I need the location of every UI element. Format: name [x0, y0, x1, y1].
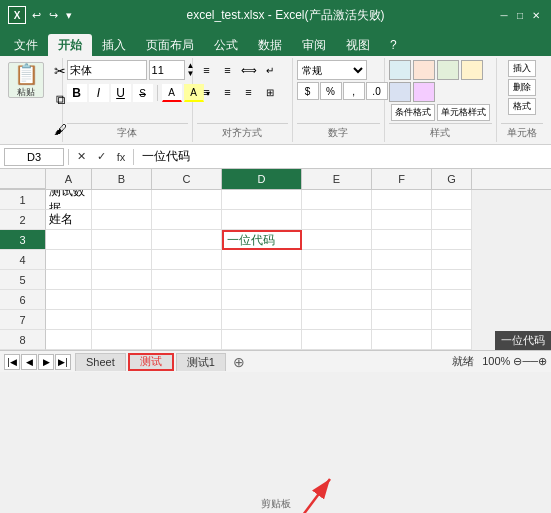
- cell-d7[interactable]: [222, 310, 302, 330]
- cell-f8[interactable]: [372, 330, 432, 350]
- tab-formulas[interactable]: 公式: [204, 34, 248, 56]
- col-header-g[interactable]: G: [432, 169, 472, 189]
- cell-b7[interactable]: [92, 310, 152, 330]
- tab-nav-first[interactable]: |◀: [4, 354, 20, 370]
- align-top-right[interactable]: ⟺: [239, 60, 259, 80]
- col-header-d[interactable]: D: [222, 169, 302, 189]
- tab-data[interactable]: 数据: [248, 34, 292, 56]
- cell-f5[interactable]: [372, 270, 432, 290]
- style-block-1[interactable]: [389, 60, 411, 80]
- row-header-1[interactable]: 1: [0, 190, 46, 210]
- row-header-2[interactable]: 2: [0, 210, 46, 230]
- tab-nav-next[interactable]: ▶: [38, 354, 54, 370]
- row-header-3[interactable]: 3: [0, 230, 46, 250]
- cell-c8[interactable]: [152, 330, 222, 350]
- style-block-6[interactable]: [413, 82, 435, 102]
- row-header-4[interactable]: 4: [0, 250, 46, 270]
- number-format-select[interactable]: 常规: [297, 60, 367, 80]
- tab-review[interactable]: 审阅: [292, 34, 336, 56]
- font-color-button[interactable]: A: [162, 84, 182, 102]
- cell-e5[interactable]: [302, 270, 372, 290]
- cell-a7[interactable]: [46, 310, 92, 330]
- col-header-e[interactable]: E: [302, 169, 372, 189]
- minimize-btn[interactable]: ─: [497, 8, 511, 22]
- font-size-input[interactable]: [149, 60, 185, 80]
- cell-e6[interactable]: [302, 290, 372, 310]
- align-left[interactable]: ≡: [197, 82, 217, 102]
- confirm-formula-btn[interactable]: ✓: [93, 149, 109, 165]
- tab-pagelayout[interactable]: 页面布局: [136, 34, 204, 56]
- format-cells-btn[interactable]: 格式: [508, 98, 536, 115]
- cell-c3[interactable]: [152, 230, 222, 250]
- sheet-tab-sheet1[interactable]: Sheet: [75, 353, 126, 371]
- align-center[interactable]: ≡: [218, 82, 238, 102]
- cell-d2[interactable]: [222, 210, 302, 230]
- cell-d4[interactable]: [222, 250, 302, 270]
- strikethrough-button[interactable]: S: [133, 84, 153, 102]
- italic-button[interactable]: I: [89, 84, 109, 102]
- cell-e1[interactable]: [302, 190, 372, 210]
- cell-d8[interactable]: [222, 330, 302, 350]
- sheet-tab-test1[interactable]: 测试1: [176, 353, 226, 371]
- cell-c4[interactable]: [152, 250, 222, 270]
- cancel-formula-btn[interactable]: ✕: [73, 149, 89, 165]
- style-block-3[interactable]: [437, 60, 459, 80]
- row-header-6[interactable]: 6: [0, 290, 46, 310]
- delete-cells-btn[interactable]: 删除: [508, 79, 536, 96]
- cell-a2[interactable]: 姓名: [46, 210, 92, 230]
- cell-c6[interactable]: [152, 290, 222, 310]
- row-header-8[interactable]: 8: [0, 330, 46, 350]
- formula-input[interactable]: [138, 148, 547, 166]
- cell-a4[interactable]: [46, 250, 92, 270]
- cell-d3[interactable]: 一位代码: [222, 230, 302, 250]
- close-btn[interactable]: ✕: [529, 8, 543, 22]
- cell-e2[interactable]: [302, 210, 372, 230]
- wrap-text[interactable]: ↵: [260, 60, 280, 80]
- cell-c1[interactable]: [152, 190, 222, 210]
- bold-button[interactable]: B: [67, 84, 87, 102]
- align-top-left[interactable]: ≡: [197, 60, 217, 80]
- cell-e4[interactable]: [302, 250, 372, 270]
- cell-b3[interactable]: [92, 230, 152, 250]
- cell-g5[interactable]: [432, 270, 472, 290]
- cell-b2[interactable]: [92, 210, 152, 230]
- cell-g7[interactable]: [432, 310, 472, 330]
- cell-b8[interactable]: [92, 330, 152, 350]
- quick-access-more[interactable]: ▾: [64, 9, 74, 22]
- col-header-a[interactable]: A: [46, 169, 92, 189]
- col-header-c[interactable]: C: [152, 169, 222, 189]
- cell-b4[interactable]: [92, 250, 152, 270]
- currency-btn[interactable]: $: [297, 82, 319, 100]
- cell-a3[interactable]: [46, 230, 92, 250]
- style-block-4[interactable]: [461, 60, 483, 80]
- add-sheet-button[interactable]: ⊕: [230, 353, 248, 371]
- comma-btn[interactable]: ,: [343, 82, 365, 100]
- cell-d1[interactable]: [222, 190, 302, 210]
- cell-a8[interactable]: [46, 330, 92, 350]
- maximize-btn[interactable]: □: [513, 8, 527, 22]
- cell-b1[interactable]: [92, 190, 152, 210]
- cell-g6[interactable]: [432, 290, 472, 310]
- cell-f3[interactable]: [372, 230, 432, 250]
- cell-d5[interactable]: [222, 270, 302, 290]
- cell-g4[interactable]: [432, 250, 472, 270]
- conditional-format-btn[interactable]: 条件格式: [391, 104, 435, 121]
- name-box[interactable]: [4, 148, 64, 166]
- cell-g2[interactable]: [432, 210, 472, 230]
- cell-a5[interactable]: [46, 270, 92, 290]
- function-btn[interactable]: fx: [113, 149, 129, 165]
- cell-f2[interactable]: [372, 210, 432, 230]
- cell-c5[interactable]: [152, 270, 222, 290]
- cell-f4[interactable]: [372, 250, 432, 270]
- cell-style-btn[interactable]: 单元格样式: [437, 104, 490, 121]
- style-block-2[interactable]: [413, 60, 435, 80]
- cell-e8[interactable]: [302, 330, 372, 350]
- cell-b5[interactable]: [92, 270, 152, 290]
- font-name-input[interactable]: [67, 60, 147, 80]
- tab-nav-last[interactable]: ▶|: [55, 354, 71, 370]
- col-header-f[interactable]: F: [372, 169, 432, 189]
- cell-c2[interactable]: [152, 210, 222, 230]
- row-header-7[interactable]: 7: [0, 310, 46, 330]
- insert-cells-btn[interactable]: 插入: [508, 60, 536, 77]
- redo-btn[interactable]: ↪: [47, 9, 60, 22]
